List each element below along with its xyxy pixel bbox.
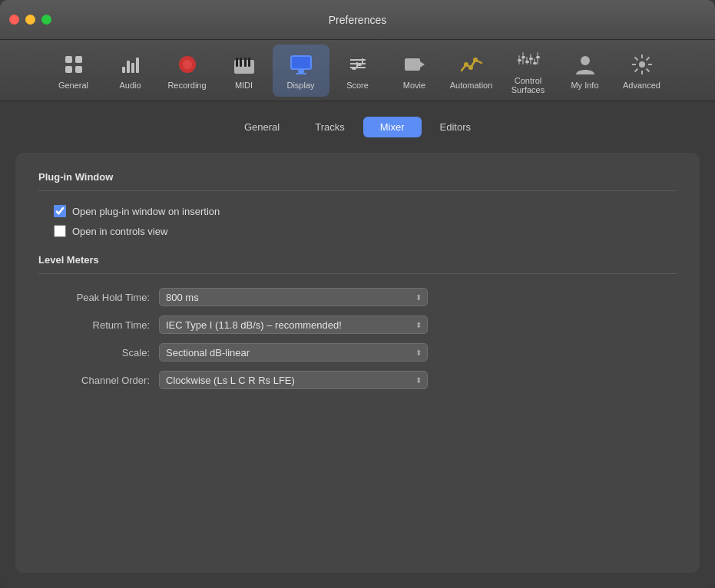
svg-rect-5 — [127, 61, 130, 73]
midi-icon — [231, 51, 257, 78]
svg-line-51 — [646, 57, 649, 60]
svg-line-49 — [634, 57, 637, 60]
plugin-window-title: Plug-in Window — [38, 171, 677, 183]
movie-icon — [402, 51, 428, 78]
svg-rect-11 — [236, 58, 238, 67]
general-icon — [61, 51, 87, 78]
my-info-icon — [572, 51, 598, 78]
content-area: General Tracks Mixer Editors Plug-in Win… — [0, 101, 715, 588]
tab-general[interactable]: General — [227, 117, 296, 137]
return-time-row: Return Time: IEC Type I (11.8 dB/s) – re… — [38, 315, 677, 334]
svg-line-50 — [646, 68, 649, 71]
control-surfaces-icon — [515, 47, 541, 73]
window-title: Preferences — [329, 14, 386, 26]
channel-order-select[interactable]: Clockwise (Ls L C R Rs LFE) Counter-cloc… — [159, 371, 428, 389]
tab-editors[interactable]: Editors — [423, 117, 488, 137]
recording-label: Recording — [167, 81, 206, 90]
toolbar-item-recording[interactable]: Recording — [159, 45, 216, 97]
svg-point-9 — [183, 60, 192, 69]
svg-point-44 — [639, 61, 645, 68]
level-meters-section: Level Meters Peak Hold Time: 200 ms 400 … — [38, 254, 677, 389]
open-controls-view-row: Open in controls view — [54, 225, 677, 237]
maximize-button[interactable] — [41, 15, 51, 25]
toolbar-item-movie[interactable]: Movie — [386, 45, 443, 97]
svg-rect-13 — [244, 58, 247, 67]
svg-rect-0 — [65, 56, 72, 63]
return-time-label: Return Time: — [38, 319, 150, 331]
display-icon — [288, 51, 314, 78]
svg-point-30 — [473, 58, 478, 62]
scale-label: Scale: — [38, 347, 150, 358]
open-on-insertion-checkbox[interactable] — [54, 205, 66, 217]
toolbar: General Audio Recording — [0, 40, 715, 101]
plugin-window-divider — [38, 190, 677, 191]
toolbar-item-advanced[interactable]: Advanced — [614, 45, 670, 97]
svg-rect-14 — [248, 58, 250, 67]
peak-hold-time-select[interactable]: 200 ms 400 ms 600 ms 800 ms 1000 ms 2000… — [159, 288, 428, 306]
titlebar: Preferences — [0, 0, 715, 40]
svg-rect-39 — [525, 61, 529, 63]
level-meters-title: Level Meters — [38, 254, 677, 266]
movie-label: Movie — [403, 81, 425, 90]
svg-rect-18 — [296, 73, 306, 74]
minimize-button[interactable] — [25, 15, 35, 25]
svg-rect-40 — [529, 58, 533, 60]
svg-rect-38 — [521, 56, 525, 58]
advanced-label: Advanced — [623, 81, 660, 90]
toolbar-item-score[interactable]: Score — [329, 45, 386, 97]
svg-rect-2 — [65, 66, 72, 73]
audio-icon — [118, 51, 144, 78]
plugin-window-section: Plug-in Window Open plug-in window on in… — [38, 171, 677, 237]
toolbar-item-automation[interactable]: Automation — [443, 45, 500, 97]
tab-mixer[interactable]: Mixer — [363, 117, 422, 137]
control-surfaces-label: Control Surfaces — [500, 76, 557, 94]
channel-order-row: Channel Order: Clockwise (Ls L C R Rs LF… — [38, 371, 677, 389]
svg-rect-4 — [122, 67, 125, 73]
svg-line-52 — [634, 68, 637, 71]
toolbar-item-display[interactable]: Display — [273, 45, 329, 97]
advanced-icon — [629, 51, 655, 78]
automation-icon — [458, 51, 485, 78]
return-time-select[interactable]: IEC Type I (11.8 dB/s) – recommended! IE… — [159, 315, 428, 334]
svg-rect-41 — [533, 62, 537, 64]
open-on-insertion-label: Open plug-in window on insertion — [72, 206, 220, 217]
svg-rect-7 — [136, 58, 139, 73]
recording-icon — [174, 51, 200, 78]
toolbar-item-audio[interactable]: Audio — [102, 45, 159, 97]
toolbar-item-midi[interactable]: MIDI — [216, 45, 273, 97]
svg-rect-6 — [131, 63, 134, 73]
svg-marker-27 — [420, 61, 425, 68]
svg-point-43 — [581, 56, 590, 65]
general-label: General — [58, 81, 88, 90]
window-controls — [9, 15, 51, 25]
open-on-insertion-row: Open plug-in window on insertion — [54, 205, 677, 217]
svg-rect-25 — [362, 58, 363, 64]
audio-label: Audio — [119, 81, 141, 90]
svg-rect-37 — [518, 59, 521, 61]
svg-point-22 — [352, 67, 356, 70]
svg-rect-16 — [292, 57, 310, 68]
score-icon — [345, 51, 371, 78]
tab-tracks[interactable]: Tracks — [298, 117, 362, 137]
toolbar-item-control-surfaces[interactable]: Control Surfaces — [500, 45, 557, 97]
channel-order-label: Channel Order: — [38, 375, 150, 386]
svg-rect-17 — [298, 70, 304, 73]
tab-bar: General Tracks Mixer Editors — [15, 117, 700, 137]
midi-label: MIDI — [235, 81, 253, 90]
channel-order-wrapper: Clockwise (Ls L C R Rs LFE) Counter-cloc… — [159, 371, 428, 389]
close-button[interactable] — [9, 15, 19, 25]
score-label: Score — [346, 81, 369, 90]
svg-point-24 — [357, 63, 362, 66]
mixer-panel: Plug-in Window Open plug-in window on in… — [15, 153, 700, 573]
scale-select[interactable]: Sectional dB-linear dB-linear dB-logarit… — [159, 343, 428, 362]
open-controls-view-checkbox[interactable] — [54, 225, 66, 237]
svg-rect-12 — [240, 58, 242, 67]
toolbar-item-my-info[interactable]: My Info — [557, 45, 614, 97]
toolbar-item-general[interactable]: General — [45, 45, 102, 97]
preferences-window: Preferences General — [0, 0, 715, 588]
svg-rect-26 — [405, 58, 420, 71]
svg-rect-3 — [75, 66, 82, 73]
automation-label: Automation — [450, 81, 493, 90]
svg-rect-42 — [536, 56, 540, 58]
display-label: Display — [286, 81, 314, 90]
